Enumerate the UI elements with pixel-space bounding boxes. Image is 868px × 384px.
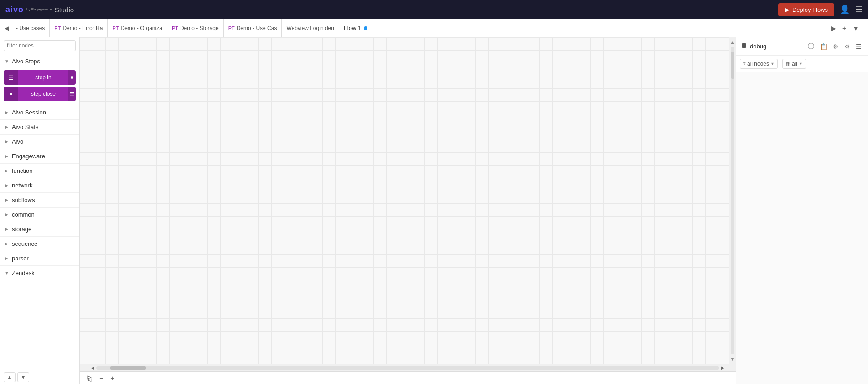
node-step-close[interactable]: step close ☰ [4,87,76,101]
category-aivo-stats-arrow: ► [5,125,9,130]
rp-menu-button[interactable]: ☰ [854,41,863,52]
rp-settings2-button[interactable]: ⚙ [842,41,852,52]
canvas-zoom-in-button[interactable]: + [108,374,116,383]
tab-demo-storage-prefix: PT [172,26,178,31]
tab-scroll-left[interactable]: ◀ [2,23,11,33]
category-aivo-steps-header[interactable]: ▼ Aivo Steps [0,54,79,68]
all-arrow: ▼ [799,62,803,66]
canvas-footer: ⧎ − + [80,371,736,384]
category-function: ► function [0,164,79,178]
category-storage: ► storage [0,222,79,237]
category-subflows-label: subflows [12,197,35,203]
flow-run-button[interactable]: ▶ [828,23,839,34]
sidebar-scroll-up-button[interactable]: ▲ [4,372,16,382]
right-panel-header: debug ⓘ 📋 ⚙ ⚙ ☰ [736,37,868,56]
tab-demo-error[interactable]: PT Demo - Error Ha [50,19,108,37]
flow-name: Flow 1 [344,25,361,31]
category-aivo-arrow: ► [5,139,9,144]
all-nodes-label: all nodes [747,61,769,67]
category-zendesk-header[interactable]: ▼ Zendesk [0,266,79,280]
tab-demo-storage[interactable]: PT Demo - Storage [167,19,224,37]
node-step-in-left: ☰ [4,70,18,85]
rp-copy-button[interactable]: 📋 [818,41,829,52]
debug-icon-svg [741,42,747,49]
category-common-arrow: ► [5,212,9,217]
category-aivo-stats-header[interactable]: ► Aivo Stats [0,120,79,134]
category-common-header[interactable]: ► common [0,208,79,222]
canvas-scroll-track-h [96,366,719,370]
category-aivo-label: Aivo [12,138,23,145]
flow-name-area: Flow 1 ▶ + ▼ [339,23,866,34]
tab-demo-organiza[interactable]: PT Demo - Organiza [108,19,167,37]
canvas-scroll-track-v [731,47,734,354]
category-common: ► common [0,208,79,222]
rp-settings-button[interactable]: ⚙ [831,41,841,52]
user-icon[interactable]: 👤 [840,5,850,15]
category-function-header[interactable]: ► function [0,164,79,178]
node-step-close-icon: ☰ [69,91,75,98]
category-network-arrow: ► [5,183,9,188]
tab-webview-login-label: Webview Login den [286,25,334,31]
all-dropdown[interactable]: 🗑 all ▼ [782,59,806,69]
canvas-scroll-down-arrow[interactable]: ▼ [729,355,736,363]
flow-modified-dot [364,26,367,30]
tab-demo-use-cases-label: Demo - Use Cas [237,25,277,31]
category-function-label: function [12,167,33,174]
category-storage-header[interactable]: ► storage [0,222,79,236]
category-aivo-session-header[interactable]: ► Aivo Session [0,105,79,119]
node-step-close-left-dot [10,93,12,95]
category-parser-header[interactable]: ► parser [0,251,79,265]
category-parser-arrow: ► [5,256,9,261]
right-panel-icons: ⓘ 📋 ⚙ ⚙ ☰ [806,41,863,52]
category-sequence-header[interactable]: ► sequence [0,237,79,251]
category-subflows: ► subflows [0,193,79,208]
canvas-scroll-left-arrow[interactable]: ◀ [89,365,96,370]
tab-use-cases[interactable]: - Use cases [11,19,50,37]
canvas-fit-button[interactable]: ⧎ [84,374,94,383]
canvas-scroll-thumb-h[interactable] [110,366,146,370]
filter-icon: ▿ [743,61,746,67]
tab-demo-organiza-prefix: PT [112,26,119,31]
rp-info-button[interactable]: ⓘ [806,41,816,52]
canvas-scroll-up-arrow[interactable]: ▲ [729,38,736,46]
category-storage-label: storage [12,226,31,233]
category-engageware-header[interactable]: ► Engageware [0,149,79,163]
sidebar-scroll-down-button[interactable]: ▼ [17,372,29,382]
deploy-flows-button[interactable]: ▶ Deploy Flows [778,3,834,16]
category-network-label: network [12,182,33,189]
canvas-vertical-scrollbar[interactable]: ▲ ▼ [728,37,736,364]
tab-demo-organiza-label: Demo - Organiza [121,25,162,31]
category-aivo-steps-items: ☰ step in step close ☰ [0,68,79,105]
category-subflows-header[interactable]: ► subflows [0,193,79,207]
category-sequence-label: sequence [12,240,37,247]
topbar: aivo by Engageware Studio ▶ Deploy Flows… [0,0,868,19]
node-step-in[interactable]: ☰ step in [4,70,76,85]
all-label: all [792,61,797,67]
category-aivo-header[interactable]: ► Aivo [0,135,79,149]
tabs-bar: ◀ - Use cases PT Demo - Error Ha PT Demo… [0,19,868,37]
category-sequence-arrow: ► [5,241,9,246]
main-area: ▼ Aivo Steps ☰ step in [0,37,868,384]
category-aivo-steps: ▼ Aivo Steps ☰ step in [0,54,79,105]
category-aivo-stats-label: Aivo Stats [12,124,39,130]
tab-demo-storage-label: Demo - Storage [180,25,219,31]
logo: aivo by Engageware Studio [5,5,74,15]
menu-icon[interactable]: ☰ [855,5,863,15]
flow-more-button[interactable]: ▼ [850,23,862,34]
flow-add-button[interactable]: + [840,23,849,34]
tab-demo-use-cases[interactable]: PT Demo - Use Cas [224,19,282,37]
all-nodes-arrow: ▼ [770,62,775,66]
category-zendesk-label: Zendesk [12,270,35,276]
canvas-scroll-right-arrow[interactable]: ▶ [719,365,727,370]
filter-nodes-input[interactable] [4,40,76,51]
all-nodes-dropdown[interactable]: ▿ all nodes ▼ [740,59,778,69]
category-subflows-arrow: ► [5,197,9,202]
canvas-scroll-thumb-v[interactable] [731,52,734,79]
canvas-zoom-out-button[interactable]: − [97,374,105,383]
flow-canvas[interactable] [80,37,728,364]
tab-webview-login[interactable]: Webview Login den [282,19,339,37]
topbar-right: ▶ Deploy Flows 👤 ☰ [778,3,863,16]
category-engageware: ► Engageware [0,149,79,164]
category-network-header[interactable]: ► network [0,178,79,192]
right-panel-filter: ▿ all nodes ▼ 🗑 all ▼ [736,56,868,72]
